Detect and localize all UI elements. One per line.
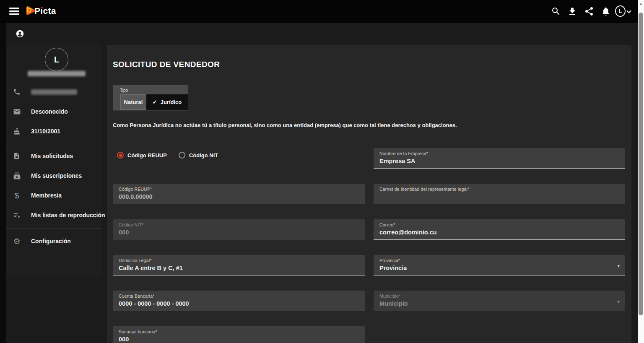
scrollbar-thumb[interactable] [639, 13, 643, 315]
check-icon: ✓ [153, 99, 157, 105]
vendor-request-card: SOLICITUD DE VENDEDOR Tipo Natural ✓ Jur… [107, 45, 631, 343]
subscriptions-icon [13, 172, 21, 180]
nombre-empresa-field[interactable]: Nombre de la Empresa* Empresa SA [374, 148, 625, 169]
scrollbar-up-arrow[interactable]: ▲ [638, 2, 644, 6]
search-icon[interactable] [551, 6, 561, 16]
phone-icon [13, 88, 21, 96]
chevron-down-icon: ▾ [617, 299, 620, 304]
sidebar-item-membresia[interactable]: $ Membresia [13, 190, 62, 200]
sidebar-item-listas[interactable]: Mis listas de reproducción [13, 210, 105, 220]
radio-codigo-nit-label[interactable]: Código NIT [189, 152, 218, 159]
email-row: Desconocido [13, 107, 68, 117]
correo-field[interactable]: Correo* correo@dominio.cu [374, 219, 625, 240]
phone-row [13, 87, 77, 97]
sidebar-item-configuracion[interactable]: ⚙ Configuración [13, 236, 71, 246]
username-redacted [28, 71, 86, 76]
tipo-natural-button[interactable]: Natural [120, 94, 146, 110]
bell-icon[interactable] [601, 6, 611, 16]
radio-codigo-reuup-label[interactable]: Código REUUP [127, 152, 167, 159]
document-icon [13, 152, 21, 160]
chevron-down-icon[interactable] [626, 8, 631, 13]
email-value: Desconocido [31, 108, 68, 115]
phone-number-redacted [31, 89, 77, 95]
codigo-radio-group: Código REUUP Código NIT [117, 151, 230, 159]
municipio-select[interactable]: Municipio* Municipio ▾ [374, 291, 625, 311]
sidebar-item-suscripciones[interactable]: Mis suscripciones [13, 171, 82, 181]
cuenta-bancaria-field[interactable]: Cuenta Bancaria* 0000 - 0000 - 0000 - 00… [113, 291, 365, 311]
account-avatar[interactable]: L [615, 5, 626, 17]
top-app-bar: Picta L [0, 0, 644, 23]
share-icon[interactable] [584, 6, 594, 16]
sidebar-item-solicitudes[interactable]: Mis solicitudes [13, 151, 73, 161]
birthday-value: 31/10/2001 [31, 128, 60, 135]
codigo-nit-field[interactable]: Código NIT* 000 [113, 219, 365, 240]
divider [6, 145, 101, 145]
gear-icon: ⚙ [13, 237, 21, 245]
envelope-icon [13, 107, 21, 116]
chevron-down-icon: ▾ [617, 263, 620, 269]
provincia-select[interactable]: Provincia* Provincia ▾ [374, 255, 625, 275]
tipo-toggle-group: Tipo Natural ✓ Jurídico [113, 85, 188, 111]
codigo-reuup-field[interactable]: Código REUUP* 000.0.00000 [113, 184, 365, 204]
menu-icon[interactable] [9, 8, 19, 15]
radio-codigo-nit[interactable] [179, 152, 185, 159]
page-background: L Desconocido 31/10/2001 Mis [0, 23, 638, 343]
user-avatar[interactable]: L [45, 48, 68, 71]
brand-red-dot [41, 7, 43, 9]
sucursal-bancaria-field[interactable]: Sucursal bancaria* 000 [113, 326, 365, 343]
playlist-icon [13, 211, 21, 219]
page-title: SOLICITUD DE VENDEDOR [113, 60, 220, 69]
brand-title[interactable]: Picta [34, 6, 56, 16]
download-icon[interactable] [567, 6, 577, 16]
scrollbar-track[interactable]: ▲ [638, 0, 644, 343]
juridico-description: Como Persona Jurídica no actúas tú a tít… [113, 122, 608, 128]
left-edge-strip [0, 23, 6, 343]
domicilio-legal-field[interactable]: Domicilio Legal* Calle A entre B y C, #1 [113, 255, 365, 275]
dollar-icon: $ [13, 191, 21, 200]
tipo-label: Tipo [120, 88, 128, 93]
sidebar: L Desconocido 31/10/2001 Mis [6, 44, 101, 277]
radio-codigo-reuup[interactable] [117, 152, 124, 159]
birthday-row: 31/10/2001 [13, 126, 60, 136]
cake-icon [13, 127, 21, 135]
carnet-representante-field[interactable]: Carnet de identidad del representante le… [374, 184, 625, 204]
divider [6, 229, 101, 229]
profile-person-icon[interactable] [16, 29, 24, 38]
tipo-juridico-button[interactable]: ✓ Jurídico [146, 94, 188, 110]
